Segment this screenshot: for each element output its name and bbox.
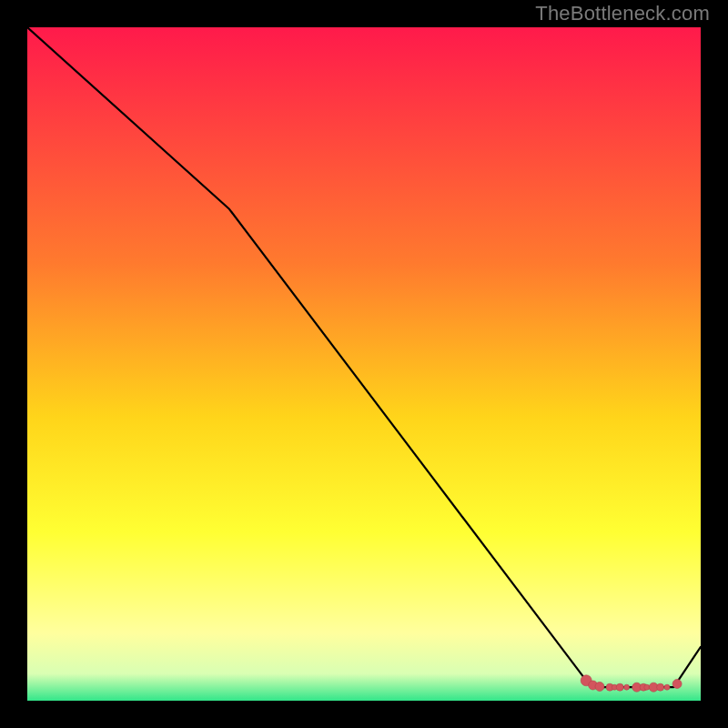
data-marker — [644, 684, 650, 690]
data-marker — [595, 682, 604, 692]
data-marker — [664, 684, 670, 690]
chart-svg — [27, 27, 701, 701]
data-marker — [657, 683, 664, 691]
data-marker — [616, 683, 623, 691]
gradient-background — [27, 27, 701, 701]
data-marker — [672, 680, 682, 689]
chart-frame: TheBottleneck.com — [0, 0, 728, 728]
plot-area — [27, 27, 701, 701]
data-marker — [624, 684, 630, 690]
attribution-text: TheBottleneck.com — [535, 2, 710, 25]
